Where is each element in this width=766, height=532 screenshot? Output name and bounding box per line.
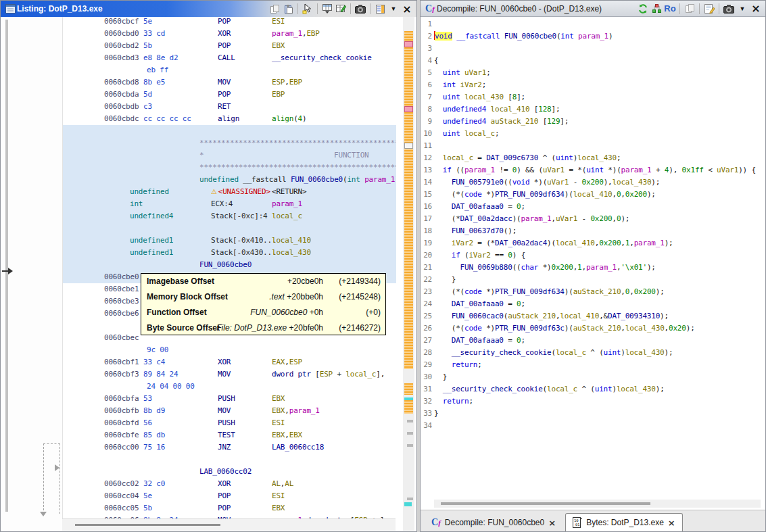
listing-row[interactable] xyxy=(63,454,396,466)
listing-row[interactable]: eb ff xyxy=(63,64,396,76)
listing-row[interactable]: 0060cc0232 c0XORAL,AL xyxy=(63,478,396,490)
dropdown-icon[interactable]: ▼ xyxy=(387,2,400,16)
code-line[interactable]: uint local_c; xyxy=(434,128,765,140)
marker-cursor-white[interactable] xyxy=(404,143,413,149)
code-line[interactable]: { xyxy=(434,55,765,67)
marker-dash-gray[interactable] xyxy=(407,444,413,447)
snapshot-icon[interactable] xyxy=(354,2,367,16)
listing-row[interactable]: undefined⚠<UNASSIGNED><RETURN> xyxy=(63,186,396,198)
code-line[interactable]: (*(code *)PTR_FUN_009df634)(local_410,0,… xyxy=(434,189,765,201)
listing-row[interactable] xyxy=(63,222,396,235)
code-line[interactable]: (*(code *)PTR_FUN_009df63c)(auStack_210,… xyxy=(434,322,765,335)
code-line[interactable]: FUN_0060cac0(auStack_210,local_410,&DAT_… xyxy=(434,310,765,322)
code-line[interactable]: DAT_00afaaa0 = 0; xyxy=(434,335,765,347)
refresh-icon[interactable] xyxy=(636,2,650,16)
code-line[interactable]: } xyxy=(434,371,765,383)
code-line[interactable]: (*DAT_00a2dacc)(param_1,uVar1 - 0x200,0)… xyxy=(434,213,765,225)
listing-row[interactable]: 0060cbd033 cdXORparam_1,EBP xyxy=(63,28,396,40)
decompile-horizontal-scrollbar[interactable] xyxy=(434,500,761,508)
marker-block-orange[interactable] xyxy=(404,400,413,414)
close-icon[interactable]: × xyxy=(400,2,414,16)
decompiled-code[interactable]: void __fastcall FUN_0060cbe0(int param_1… xyxy=(434,18,765,432)
marker-dash-gray[interactable] xyxy=(407,420,413,422)
code-line[interactable]: FUN_0069b880((char *)0x200,1,param_1,'\x… xyxy=(434,262,765,274)
marker-block-orange[interactable] xyxy=(404,383,413,395)
rename-options-icon[interactable]: Ro xyxy=(663,2,677,16)
code-line[interactable]: FUN_00637d70(); xyxy=(434,225,765,237)
listing-row[interactable]: 0060cbd25bPOPEBX xyxy=(63,40,396,52)
listing-row[interactable]: 0060cbf133 c4XOREAX,ESP xyxy=(63,356,396,368)
listing-row[interactable]: FUN_0060cbe0 xyxy=(63,259,396,271)
code-line[interactable]: undefined4 local_410 [128]; xyxy=(434,103,765,116)
listing-row[interactable]: 0060cbf389 84 24MOVdword ptr [ESP + loca… xyxy=(63,368,396,381)
listing-row[interactable]: 24 04 00 00 xyxy=(63,381,396,393)
code-line[interactable]: uint local_430 [8]; xyxy=(434,91,765,103)
listing-row[interactable]: ****************************************… xyxy=(63,137,396,149)
listing-row[interactable]: intECX:4param_1 xyxy=(63,198,396,210)
listing-row[interactable]: undefined4Stack[-0xc]:4local_c xyxy=(63,210,396,222)
code-line[interactable] xyxy=(434,420,765,432)
listing-row[interactable]: LAB_0060cc02 xyxy=(63,466,396,478)
listing-format-icon[interactable] xyxy=(373,2,387,16)
marker-bookmark-pink[interactable] xyxy=(404,106,413,112)
listing-horizontal-scrollbar[interactable] xyxy=(62,518,396,531)
listing-row[interactable]: undefined1Stack[-0x410...local_410 xyxy=(63,235,396,247)
marker-bookmark-pink[interactable] xyxy=(404,41,413,47)
listing-left-scroll-strip[interactable] xyxy=(5,20,8,512)
listing-row[interactable]: undefined1Stack[-0x430...local_430 xyxy=(63,247,396,259)
listing-row[interactable]: 0060cbd88b e5MOVESP,EBP xyxy=(63,76,396,89)
code-line[interactable]: int iVar2; xyxy=(434,79,765,91)
disassembly-listing[interactable]: 0060cbcf5ePOPESI0060cbd033 cdXORparam_1,… xyxy=(62,17,396,519)
listing-row[interactable]: 0060cc055bPOPEBX xyxy=(63,502,396,514)
close-icon[interactable]: × xyxy=(749,2,763,16)
code-line[interactable]: uint uVar1; xyxy=(434,67,765,79)
code-line[interactable]: undefined4 auStack_210 [129]; xyxy=(434,116,765,128)
code-line[interactable]: return; xyxy=(434,395,765,408)
listing-row[interactable]: 0060cbfe85 dbTESTEBX,EBX xyxy=(63,429,396,441)
code-line[interactable]: return; xyxy=(434,359,765,371)
listing-row[interactable]: 0060cc0075 16JNZLAB_0060cc18 xyxy=(63,441,396,454)
graph-icon[interactable] xyxy=(650,2,663,16)
listing-row[interactable]: 0060cbdbc3RET xyxy=(63,101,396,113)
code-line[interactable]: iVar2 = (*DAT_00a2dac4)(local_410,0x200,… xyxy=(434,237,765,249)
listing-row[interactable]: 0060cc045ePOPESI xyxy=(63,490,396,502)
snapshot-icon[interactable] xyxy=(722,2,736,16)
code-line[interactable]: if ((param_1 != 0) && (uVar1 = *(uint *)… xyxy=(434,164,765,176)
copy-icon[interactable] xyxy=(683,2,696,16)
toggle-header-icon[interactable] xyxy=(320,2,334,16)
listing-row[interactable]: 0060cbfd56PUSHESI xyxy=(63,417,396,429)
code-line[interactable] xyxy=(434,43,765,55)
scrollbar-thumb[interactable] xyxy=(75,524,220,526)
listing-titlebar[interactable]: Listing: DotP_D13.exe xyxy=(1,1,416,17)
listing-row[interactable]: 0060cbfa53PUSHEBX xyxy=(63,393,396,405)
scrollbar-thumb[interactable] xyxy=(441,502,650,505)
code-line[interactable]: } xyxy=(434,408,765,420)
cursor-selection-icon[interactable] xyxy=(301,2,314,16)
decompile-titlebar[interactable]: Cf Decompile: FUN_0060cbe0 - (DotP_D13.e… xyxy=(421,1,765,17)
code-line[interactable]: (*(code *)PTR_FUN_009df634)(auStack_210,… xyxy=(434,286,765,298)
listing-row[interactable]: 0060cbcf5ePOPESI xyxy=(63,17,396,28)
tab-close-icon[interactable]: × xyxy=(668,518,675,528)
tab-close-icon[interactable]: × xyxy=(548,518,556,528)
navigation-marker-bar[interactable] xyxy=(403,17,414,531)
code-line[interactable]: __security_check_cookie(local_c ^ (uint)… xyxy=(434,347,765,359)
listing-row[interactable] xyxy=(63,125,396,137)
listing-row[interactable]: 0060cbfb8b d9MOVEBX,param_1 xyxy=(63,405,396,417)
marker-dash-gray[interactable] xyxy=(407,498,413,500)
copy-icon[interactable] xyxy=(268,2,281,16)
decompiled-source-view[interactable]: 1234567891011121314151617181920212223242… xyxy=(421,17,765,510)
marker-dash-gray[interactable] xyxy=(407,432,413,435)
edit-icon[interactable] xyxy=(702,2,716,16)
listing-row[interactable]: 0060cbd3e8 8e d2CALL__security_check_coo… xyxy=(63,52,396,64)
code-line[interactable]: if (iVar2 == 0) { xyxy=(434,249,765,262)
code-line[interactable]: DAT_00afaaa0 = 0; xyxy=(434,298,765,310)
listing-row[interactable]: 0060cbda5dPOPEBP xyxy=(63,89,396,101)
listing-row[interactable]: ****************************************… xyxy=(63,162,396,174)
listing-row[interactable]: undefined __fastcall FUN_0060cbe0(int pa… xyxy=(63,174,396,186)
listing-row[interactable]: * FUNCTION xyxy=(63,149,396,162)
code-line[interactable]: } xyxy=(434,274,765,286)
code-line[interactable]: local_c = DAT_009c6730 ^ (uint)local_430… xyxy=(434,152,765,164)
listing-row[interactable]: 9c 00 xyxy=(63,344,396,356)
code-line[interactable]: void __fastcall FUN_0060cbe0(int param_1… xyxy=(434,30,765,43)
code-line[interactable]: __security_check_cookie(local_c ^ (uint)… xyxy=(434,383,765,395)
